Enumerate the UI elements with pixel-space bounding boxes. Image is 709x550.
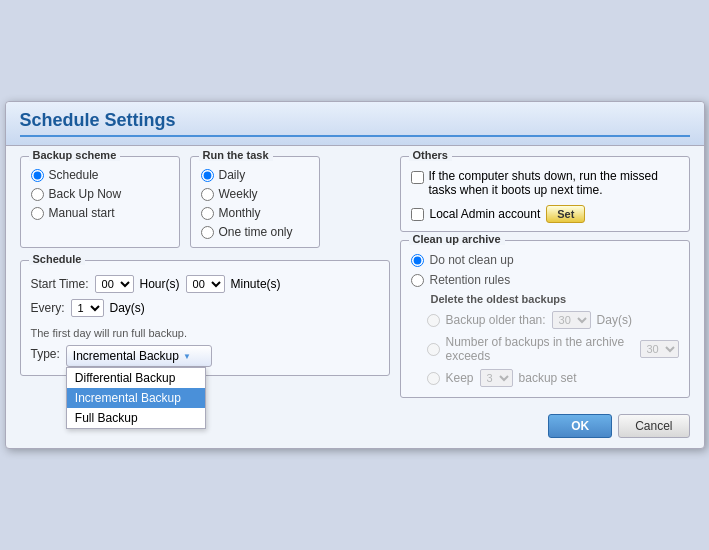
set-button[interactable]: Set — [546, 205, 585, 223]
no-cleanup-option: Do not clean up — [411, 253, 679, 267]
keep-option: Keep 3 backup set — [427, 369, 679, 387]
type-dropdown-container: Incremental Backup ▼ Differential Backup… — [66, 345, 212, 367]
monthly-radio-row: Monthly — [201, 206, 309, 220]
backup-now-radio-row: Back Up Now — [31, 187, 169, 201]
type-selected-value: Incremental Backup — [73, 349, 179, 363]
run-task-group: Run the task Daily Weekly Monthly — [190, 156, 320, 248]
shutdown-checkbox-row: If the computer shuts down, run the miss… — [411, 169, 679, 197]
keep-label: Keep — [446, 371, 474, 385]
header-divider — [20, 135, 690, 137]
manual-radio-row: Manual start — [31, 206, 169, 220]
schedule-settings-dialog: Schedule Settings Backup scheme Schedule… — [5, 101, 705, 449]
backup-older-unit: Day(s) — [597, 313, 632, 327]
schedule-radio-row: Schedule — [31, 168, 169, 182]
incremental-backup-option[interactable]: Incremental Backup — [67, 388, 205, 408]
weekly-label: Weekly — [219, 187, 258, 201]
weekly-radio-row: Weekly — [201, 187, 309, 201]
retention-label: Retention rules — [430, 273, 511, 287]
dialog-title: Schedule Settings — [20, 110, 690, 131]
shutdown-checkbox[interactable] — [411, 171, 424, 184]
backup-older-option: Backup older than: 30 Day(s) — [427, 311, 679, 329]
backup-older-label: Backup older than: — [446, 313, 546, 327]
backup-older-radio[interactable] — [427, 314, 440, 327]
local-admin-label: Local Admin account — [430, 207, 541, 221]
num-backups-option: Number of backups in the archive exceeds… — [427, 335, 679, 363]
full-backup-option[interactable]: Full Backup — [67, 408, 205, 428]
weekly-radio[interactable] — [201, 188, 214, 201]
num-backups-label: Number of backups in the archive exceeds — [446, 335, 634, 363]
no-cleanup-radio[interactable] — [411, 254, 424, 267]
schedule-group: Schedule Start Time: 00010612 Hour(s) 00… — [20, 260, 390, 376]
retention-option: Retention rules — [411, 273, 679, 287]
one-time-label: One time only — [219, 225, 293, 239]
type-label: Type: — [31, 347, 60, 361]
dropdown-arrow-icon: ▼ — [183, 352, 191, 361]
differential-backup-option[interactable]: Differential Backup — [67, 368, 205, 388]
daily-radio[interactable] — [201, 169, 214, 182]
run-task-label: Run the task — [199, 149, 273, 161]
local-admin-row: Local Admin account Set — [411, 205, 679, 223]
manual-radio[interactable] — [31, 207, 44, 220]
shutdown-label: If the computer shuts down, run the miss… — [429, 169, 679, 197]
manual-radio-label: Manual start — [49, 206, 115, 220]
right-column: Others If the computer shuts down, run t… — [400, 156, 690, 398]
daily-label: Daily — [219, 168, 246, 182]
keep-radio[interactable] — [427, 372, 440, 385]
every-select[interactable]: 1237 — [71, 299, 104, 317]
backup-note: The first day will run full backup. — [31, 327, 379, 339]
no-cleanup-label: Do not clean up — [430, 253, 514, 267]
hour-select[interactable]: 00010612 — [95, 275, 134, 293]
monthly-radio[interactable] — [201, 207, 214, 220]
hour-unit: Hour(s) — [140, 277, 180, 291]
type-dropdown-menu: Differential Backup Incremental Backup F… — [66, 367, 206, 429]
cleanup-label: Clean up archive — [409, 233, 505, 245]
every-row: Every: 1237 Day(s) — [31, 299, 379, 317]
backup-now-radio[interactable] — [31, 188, 44, 201]
left-column: Backup scheme Schedule Back Up Now Manua… — [20, 156, 390, 398]
cleanup-group: Clean up archive Do not clean up Retenti… — [400, 240, 690, 398]
delete-oldest-label: Delete the oldest backups — [431, 293, 679, 305]
type-row: Type: Incremental Backup ▼ Differential … — [31, 345, 379, 367]
start-time-row: Start Time: 00010612 Hour(s) 00153045 Mi… — [31, 275, 379, 293]
monthly-label: Monthly — [219, 206, 261, 220]
schedule-group-label: Schedule — [29, 253, 86, 265]
others-label: Others — [409, 149, 452, 161]
start-time-label: Start Time: — [31, 277, 89, 291]
others-group: Others If the computer shuts down, run t… — [400, 156, 690, 232]
retention-radio[interactable] — [411, 274, 424, 287]
dialog-body: Backup scheme Schedule Back Up Now Manua… — [6, 146, 704, 408]
cancel-button[interactable]: Cancel — [618, 414, 689, 438]
backup-scheme-group: Backup scheme Schedule Back Up Now Manua… — [20, 156, 180, 248]
keep-suffix: backup set — [519, 371, 577, 385]
ok-button[interactable]: OK — [548, 414, 612, 438]
num-backups-radio[interactable] — [427, 343, 440, 356]
one-time-radio-row: One time only — [201, 225, 309, 239]
backup-scheme-label: Backup scheme — [29, 149, 121, 161]
dialog-header: Schedule Settings — [6, 102, 704, 146]
minute-select[interactable]: 00153045 — [186, 275, 225, 293]
schedule-radio[interactable] — [31, 169, 44, 182]
day-unit: Day(s) — [110, 301, 145, 315]
local-admin-checkbox[interactable] — [411, 208, 424, 221]
backup-older-value-select[interactable]: 30 — [552, 311, 591, 329]
num-backups-value-select[interactable]: 30 — [640, 340, 679, 358]
keep-value-select[interactable]: 3 — [480, 369, 513, 387]
backup-now-radio-label: Back Up Now — [49, 187, 122, 201]
top-row: Backup scheme Schedule Back Up Now Manua… — [20, 156, 390, 248]
minute-unit: Minute(s) — [231, 277, 281, 291]
type-dropdown-button[interactable]: Incremental Backup ▼ — [66, 345, 212, 367]
schedule-radio-label: Schedule — [49, 168, 99, 182]
daily-radio-row: Daily — [201, 168, 309, 182]
one-time-radio[interactable] — [201, 226, 214, 239]
every-label: Every: — [31, 301, 65, 315]
